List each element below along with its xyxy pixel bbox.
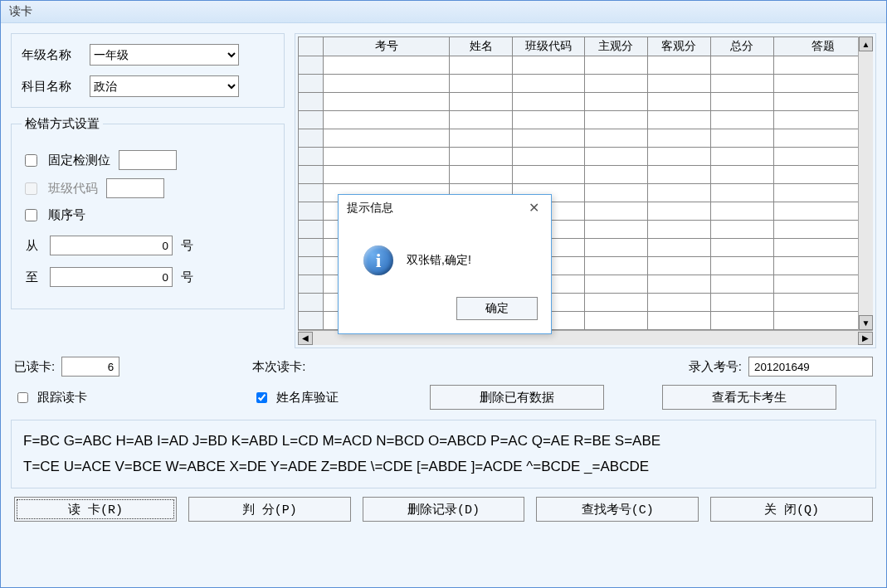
title-bar: 读卡 (1, 1, 886, 23)
subject-label: 科目名称 (22, 79, 80, 95)
close-button[interactable]: 关 闭(Q) (710, 497, 873, 522)
fixed-label: 固定检测位 (48, 153, 110, 168)
to-unit: 号 (181, 270, 193, 285)
info-icon: i (363, 245, 393, 275)
class-label: 班级代码 (48, 181, 98, 197)
input-id-label: 录入考号: (689, 359, 742, 375)
check-settings-legend: 检错方式设置 (22, 116, 103, 132)
code-reference-panel: F=BC G=ABC H=AB I=AD J=BD K=ABD L=CD M=A… (11, 420, 876, 488)
col-exam-id: 考号 (324, 37, 450, 56)
from-input[interactable] (50, 236, 173, 255)
fixed-input[interactable] (119, 150, 177, 170)
code-line-2: T=CE U=ACE V=BCE W=ABCE X=DE Y=ADE Z=BDE… (23, 454, 864, 480)
col-class: 班级代码 (513, 37, 585, 56)
scroll-right-icon[interactable]: ▶ (858, 332, 873, 345)
class-checkbox (25, 182, 37, 195)
subject-select[interactable]: 政治 (90, 75, 239, 97)
table-row[interactable] (299, 75, 873, 93)
dialog-title-text: 提示信息 (347, 201, 393, 216)
selection-panel: 年级名称 一年级 科目名称 政治 (11, 33, 285, 108)
table-row[interactable] (299, 166, 873, 184)
table-row[interactable] (299, 56, 873, 75)
from-unit: 号 (181, 238, 193, 254)
window-title: 读卡 (9, 4, 32, 17)
to-input[interactable] (50, 267, 173, 287)
class-input[interactable] (106, 178, 164, 198)
track-label: 跟踪读卡 (37, 390, 87, 406)
check-settings-panel: 检错方式设置 固定检测位 班级代码 顺序号 (11, 116, 285, 309)
table-row[interactable] (299, 93, 873, 111)
scroll-down-icon[interactable]: ▼ (859, 315, 873, 330)
col-name: 姓名 (450, 37, 513, 56)
dialog-ok-button[interactable]: 确定 (456, 297, 538, 320)
fixed-checkbox[interactable] (25, 154, 37, 167)
rownum-header (299, 37, 324, 56)
info-dialog: 提示信息 ✕ i 双张错,确定! 确定 (338, 194, 552, 334)
vertical-scrollbar[interactable]: ▲ ▼ (858, 36, 873, 330)
scroll-left-icon[interactable]: ◀ (298, 332, 313, 345)
track-checkbox[interactable] (17, 392, 28, 403)
close-icon[interactable]: ✕ (525, 200, 543, 216)
read-card-button[interactable]: 读 卡(R) (14, 497, 177, 522)
col-obj: 客观分 (647, 37, 710, 56)
grade-select[interactable]: 一年级 (90, 44, 239, 66)
view-nocard-button[interactable]: 查看无卡考生 (662, 385, 836, 410)
verify-label: 姓名库验证 (276, 390, 339, 406)
code-line-1: F=BC G=ABC H=AB I=AD J=BD K=ABD L=CD M=A… (23, 429, 864, 454)
table-row[interactable] (299, 111, 873, 129)
delete-record-button[interactable]: 删除记录(D) (363, 497, 525, 522)
dialog-message: 双张错,确定! (407, 253, 471, 268)
to-label: 至 (22, 270, 41, 285)
col-total: 总分 (710, 37, 773, 56)
find-id-button[interactable]: 查找考号(C) (536, 497, 699, 522)
col-sub: 主观分 (584, 37, 647, 56)
read-count-label: 已读卡: (14, 359, 55, 375)
read-count-value (61, 357, 119, 377)
input-id-field[interactable] (748, 357, 873, 377)
verify-checkbox[interactable] (256, 392, 267, 403)
delete-data-button[interactable]: 删除已有数据 (430, 385, 604, 410)
grade-label: 年级名称 (22, 47, 80, 63)
from-label: 从 (22, 238, 41, 254)
seq-checkbox[interactable] (25, 209, 37, 221)
this-read-label: 本次读卡: (252, 359, 305, 375)
seq-label: 顺序号 (48, 207, 85, 223)
table-row[interactable] (299, 129, 873, 148)
judge-button[interactable]: 判 分(P) (188, 497, 351, 522)
table-row[interactable] (299, 148, 873, 166)
scroll-up-icon[interactable]: ▲ (859, 36, 873, 51)
